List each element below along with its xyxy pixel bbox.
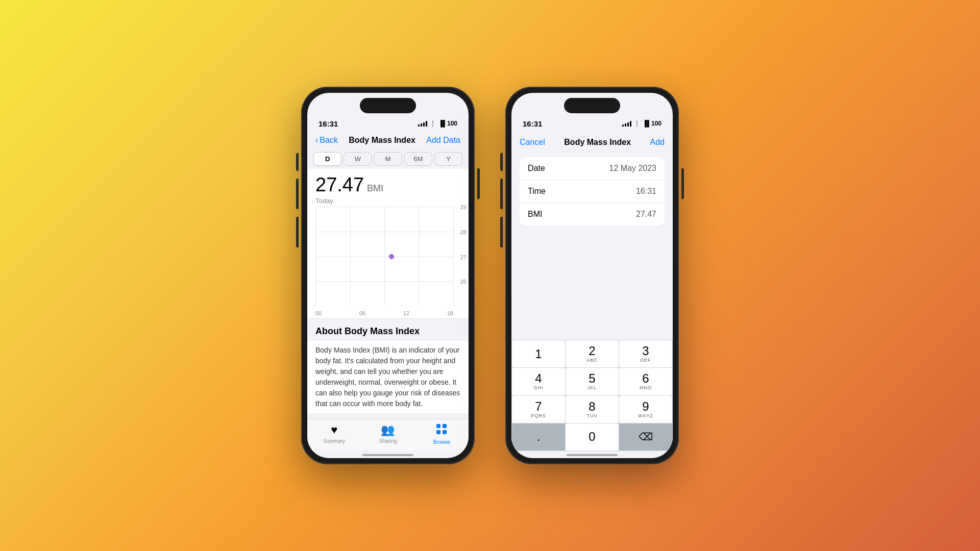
y-label-26: 26 (460, 279, 467, 285)
wifi-icon-2: ⋮ (634, 120, 640, 127)
modal-nav: Cancel Body Mass Index Add (511, 132, 673, 153)
tab-summary[interactable]: ♥ Summary (307, 423, 361, 445)
key-9[interactable]: 9 WXYZ (619, 396, 672, 423)
numpad-row-4: . 0 ⌫ (512, 423, 672, 450)
battery-icon-2: ▐▌100 (643, 120, 662, 127)
key-7-main: 7 (535, 400, 542, 413)
about-text: Body Mass Index (BMI) is an indicator of… (307, 341, 469, 413)
key-5-sub: JKL (587, 385, 597, 390)
key-3-main: 3 (642, 345, 649, 357)
key-4-main: 4 (535, 372, 542, 385)
tab-sharing[interactable]: 👥 Sharing (361, 423, 414, 445)
cancel-button[interactable]: Cancel (520, 138, 545, 147)
time-row[interactable]: Time 16:31 (520, 180, 665, 203)
screen-2: Cancel Body Mass Index Add Date 12 May 2… (511, 132, 673, 458)
key-8-main: 8 (589, 400, 595, 413)
key-1[interactable]: 1 (512, 340, 565, 367)
sharing-label: Sharing (379, 438, 397, 444)
tab-browse[interactable]: Browse (415, 423, 469, 445)
x-label-06: 06 (359, 310, 365, 316)
key-4[interactable]: 4 GHI (512, 368, 565, 395)
bmi-input-value: 27.47 (636, 210, 656, 219)
tab-6month[interactable]: 6M (404, 152, 432, 166)
home-indicator-1 (362, 454, 413, 456)
svg-rect-1 (443, 424, 447, 428)
key-9-main: 9 (642, 400, 649, 413)
key-0[interactable]: 0 (566, 423, 619, 450)
key-3[interactable]: 3 DEF (619, 340, 672, 367)
x-label-00: 00 (315, 310, 322, 316)
key-2-main: 2 (589, 345, 595, 357)
x-axis-labels: 00 06 12 18 (315, 310, 453, 316)
home-indicator-2 (567, 454, 618, 456)
back-button[interactable]: ‹ Back (315, 136, 338, 145)
date-row[interactable]: Date 12 May 2023 (520, 157, 665, 180)
data-point (389, 254, 394, 259)
back-label[interactable]: Back (320, 136, 338, 145)
time-value: 16:31 (636, 187, 656, 196)
modal-title: Body Mass Index (564, 138, 631, 147)
key-7-sub: PQRS (531, 413, 546, 418)
key-7[interactable]: 7 PQRS (512, 396, 565, 423)
tab-month[interactable]: M (374, 152, 402, 166)
x-label-18: 18 (447, 310, 453, 316)
status-bar-1: 16:31 ⋮ ▐▌100 (307, 115, 469, 132)
about-section: About Body Mass Index Body Mass Index (B… (307, 319, 469, 419)
svg-rect-0 (436, 424, 440, 428)
numpad-row-3: 7 PQRS 8 TUV 9 WXYZ (512, 396, 672, 423)
key-3-sub: DEF (641, 358, 651, 363)
numpad-row-2: 4 GHI 5 JKL 6 MNO (512, 368, 672, 395)
bmi-value-section: 27.47 BMI Today (307, 169, 469, 207)
numpad-row-1: 1 2 ABC 3 DEF (512, 340, 672, 367)
key-decimal[interactable]: . (512, 423, 565, 450)
key-decimal-main: . (537, 431, 541, 443)
delete-icon: ⌫ (639, 431, 653, 443)
bmi-form: Date 12 May 2023 Time 16:31 BMI 27.47 (520, 157, 665, 226)
browse-label: Browse (433, 439, 450, 445)
key-5[interactable]: 5 JKL (566, 368, 619, 395)
time-label: Time (528, 187, 546, 196)
signal-icon-2 (622, 120, 631, 127)
date-value: 12 May 2023 (609, 164, 656, 173)
bmi-chart: 29 28 27 26 (307, 207, 469, 319)
summary-label: Summary (323, 438, 345, 444)
bmi-unit: BMI (367, 183, 383, 194)
wifi-icon-1: ⋮ (430, 120, 436, 127)
key-6-main: 6 (642, 372, 649, 385)
add-data-button[interactable]: Add Data (426, 136, 460, 145)
svg-rect-2 (436, 430, 440, 434)
phone-1: 16:31 ⋮ ▐▌100 ‹ Back Body Mass Index (301, 87, 475, 464)
bottom-tab-bar: ♥ Summary 👥 Sharing (307, 419, 469, 451)
numpad: 1 2 ABC 3 DEF 4 GHI (511, 340, 673, 451)
status-time-2: 16:31 (523, 119, 542, 128)
y-label-28: 28 (460, 229, 467, 235)
key-delete[interactable]: ⌫ (619, 423, 672, 450)
browse-icon (436, 423, 447, 438)
heart-icon: ♥ (331, 423, 337, 437)
bmi-label: BMI (528, 210, 542, 219)
tab-week[interactable]: W (344, 152, 372, 166)
bmi-row[interactable]: BMI 27.47 (520, 203, 665, 226)
y-label-29: 29 (460, 204, 467, 210)
time-range-selector: D W M 6M Y (307, 149, 469, 169)
status-icons-1: ⋮ ▐▌100 (418, 120, 457, 127)
status-icons-2: ⋮ ▐▌100 (622, 120, 662, 127)
dynamic-island-2 (564, 98, 620, 113)
key-6-sub: MNO (640, 385, 652, 390)
tab-year[interactable]: Y (434, 152, 462, 166)
tab-day[interactable]: D (313, 152, 341, 166)
key-2[interactable]: 2 ABC (566, 340, 619, 367)
key-8-sub: TUV (587, 413, 598, 418)
sharing-icon: 👥 (381, 423, 395, 437)
key-6[interactable]: 6 MNO (619, 368, 672, 395)
x-label-12: 12 (403, 310, 409, 316)
bmi-date: Today (315, 197, 460, 205)
date-label: Date (528, 164, 545, 173)
dynamic-island-1 (360, 98, 416, 113)
signal-icon-1 (418, 120, 427, 127)
y-label-27: 27 (460, 254, 467, 260)
key-8[interactable]: 8 TUV (566, 396, 619, 423)
add-button[interactable]: Add (650, 138, 665, 147)
key-4-sub: GHI (533, 385, 543, 390)
chevron-left-icon: ‹ (315, 136, 318, 145)
